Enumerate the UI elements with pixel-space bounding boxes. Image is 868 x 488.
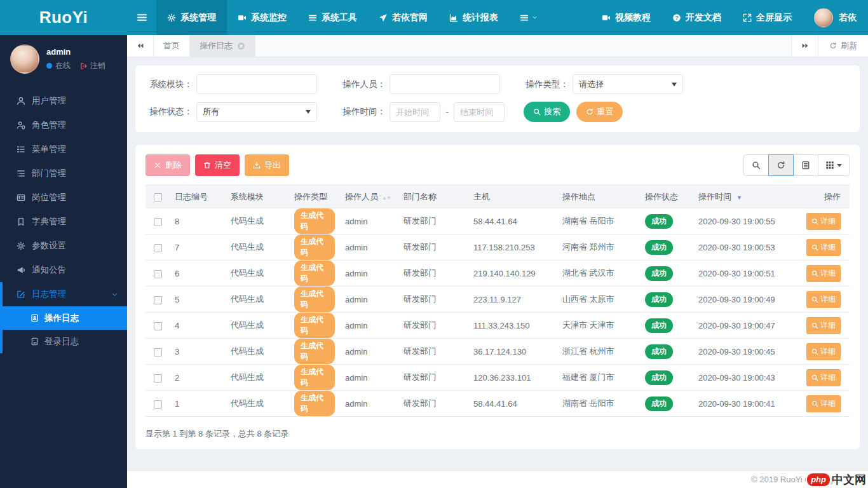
row-checkbox[interactable]: [154, 270, 162, 278]
row-checkbox[interactable]: [154, 296, 162, 304]
nav-item-全屏显示[interactable]: 全屏显示: [732, 0, 803, 35]
sidebar-item-参数设置[interactable]: 参数设置: [0, 234, 127, 258]
avatar[interactable]: [814, 8, 833, 27]
cell-host: 223.11.9.127: [468, 287, 557, 313]
table-row[interactable]: 5 代码生成 生成代码 admin 研发部门 223.11.9.127 山西省 …: [146, 287, 850, 313]
cell-log-id: 4: [170, 313, 226, 339]
sidebar-item-字典管理[interactable]: 字典管理: [0, 210, 127, 234]
table-row[interactable]: 8 代码生成 生成代码 admin 研发部门 58.44.41.64 湖南省 岳…: [146, 208, 850, 234]
nav-item-视频教程[interactable]: 视频教程: [591, 0, 661, 35]
status-select[interactable]: 所有: [196, 102, 317, 122]
logout-link[interactable]: 注销: [80, 60, 105, 71]
sidebar-item-登录日志[interactable]: 登录日志: [3, 330, 127, 353]
tabs-scroll-right-button[interactable]: [791, 35, 818, 57]
column-header-部门名称[interactable]: 部门名称: [398, 186, 468, 208]
column-header-操作状态[interactable]: 操作状态: [640, 186, 693, 208]
column-header-主机[interactable]: 主机: [468, 186, 557, 208]
sidebar-item-岗位管理[interactable]: 岗位管理: [0, 186, 127, 210]
nav-item-若依官网[interactable]: 若依官网: [368, 0, 438, 35]
columns-button[interactable]: [818, 154, 850, 176]
close-icon[interactable]: [237, 42, 245, 50]
reset-button[interactable]: 重置: [576, 102, 623, 122]
export-button[interactable]: 导出: [245, 154, 289, 176]
detail-button[interactable]: 详细: [806, 343, 841, 360]
row-checkbox[interactable]: [154, 374, 162, 383]
refresh-table-button[interactable]: [768, 154, 794, 176]
column-header-操作[interactable]: 操作: [801, 186, 850, 208]
row-checkbox[interactable]: [154, 244, 162, 252]
end-time-input[interactable]: [454, 102, 505, 122]
refresh-tab-button[interactable]: 刷新: [818, 35, 868, 57]
type-select[interactable]: 请选择: [573, 74, 683, 94]
row-checkbox[interactable]: [154, 400, 162, 409]
show-search-button[interactable]: [743, 154, 769, 176]
cell-log-id: 8: [170, 208, 226, 234]
tools-icon: [308, 13, 317, 22]
nav-user-menu[interactable]: 若依: [839, 0, 868, 35]
post-icon: [17, 193, 25, 202]
nav-item-系统监控[interactable]: 系统监控: [227, 0, 297, 35]
detail-button[interactable]: 详细: [806, 291, 841, 308]
sidebar-item-通知公告[interactable]: 通知公告: [0, 258, 127, 282]
sidebar-item-菜单管理[interactable]: 菜单管理: [0, 137, 127, 161]
column-header-操作时间[interactable]: 操作时间▼: [693, 186, 801, 208]
sidebar-item-用户管理[interactable]: 用户管理: [0, 89, 127, 113]
sort-icon[interactable]: ▲▼: [382, 195, 391, 201]
sidebar-item-部门管理[interactable]: 部门管理: [0, 161, 127, 186]
tab-home[interactable]: 首页: [154, 35, 190, 57]
chevron-down-icon: [111, 291, 118, 298]
module-input[interactable]: [196, 74, 317, 94]
table-row[interactable]: 6 代码生成 生成代码 admin 研发部门 219.140.140.129 湖…: [146, 261, 850, 287]
select-all-checkbox[interactable]: [154, 193, 162, 201]
tabs-scroll-left-button[interactable]: [127, 35, 154, 57]
detail-button[interactable]: 详细: [806, 265, 841, 282]
operator-input[interactable]: [390, 74, 500, 94]
cell-operator: admin: [340, 391, 398, 417]
search-icon: [533, 108, 541, 116]
table-row[interactable]: 1 代码生成 生成代码 admin 研发部门 58.44.41.64 湖南省 岳…: [146, 391, 850, 417]
search-button[interactable]: 搜索: [524, 102, 570, 122]
sidebar-item-角色管理[interactable]: 角色管理: [0, 113, 127, 137]
start-time-input[interactable]: [390, 102, 440, 122]
column-header-日志编号[interactable]: 日志编号: [170, 186, 226, 208]
send-icon: [379, 13, 388, 22]
nav-item-开发文档[interactable]: ?开发文档: [661, 0, 732, 35]
card-view-icon: [801, 161, 810, 170]
table-row[interactable]: 4 代码生成 生成代码 admin 研发部门 111.33.243.150 天津…: [146, 313, 850, 339]
nav-item-统计报表[interactable]: 统计报表: [438, 0, 509, 35]
detail-button[interactable]: 详细: [806, 213, 841, 230]
delete-button[interactable]: 删除: [146, 154, 190, 176]
search-icon: [811, 322, 818, 329]
toggle-view-button[interactable]: [793, 154, 818, 176]
table-toolbar: 删除 清空 导出: [146, 154, 850, 176]
column-header-系统模块[interactable]: 系统模块: [226, 186, 289, 208]
refresh-icon: [586, 108, 593, 116]
row-checkbox[interactable]: [154, 322, 162, 330]
detail-button[interactable]: 详细: [806, 239, 841, 256]
avatar[interactable]: [10, 44, 39, 74]
status-badge: 成功: [645, 266, 673, 281]
sort-desc-icon[interactable]: ▼: [736, 194, 742, 201]
column-header-操作人员[interactable]: 操作人员▲▼: [340, 186, 398, 208]
table-row[interactable]: 3 代码生成 生成代码 admin 研发部门 36.17.124.130 浙江省…: [146, 339, 850, 365]
nav-item-系统工具[interactable]: 系统工具: [297, 0, 368, 35]
php-logo: php: [806, 472, 831, 487]
detail-button[interactable]: 详细: [806, 317, 841, 334]
detail-button[interactable]: 详细: [806, 369, 841, 386]
column-header-操作类型[interactable]: 操作类型: [289, 186, 340, 208]
user-icon: [17, 97, 25, 105]
sidebar-item-日志管理[interactable]: 日志管理: [3, 282, 127, 306]
nav-item-系统管理[interactable]: 系统管理: [156, 0, 227, 35]
tab-operation-log[interactable]: 操作日志: [190, 35, 255, 57]
sidebar-toggle-button[interactable]: [127, 0, 156, 35]
table-row[interactable]: 2 代码生成 生成代码 admin 研发部门 120.36.233.101 福建…: [146, 365, 850, 391]
detail-button[interactable]: 详细: [806, 395, 841, 412]
row-checkbox[interactable]: [154, 218, 162, 226]
table-row[interactable]: 7 代码生成 生成代码 admin 研发部门 117.158.210.253 河…: [146, 234, 850, 261]
top-navbar: RuoYi 系统管理 系统监控 系统工具 若依官网 统计报表 视频教程 ?开发文…: [0, 0, 868, 35]
sidebar-item-操作日志[interactable]: 操作日志: [3, 306, 127, 330]
row-checkbox[interactable]: [154, 348, 162, 356]
clear-button[interactable]: 清空: [195, 154, 240, 176]
nav-more-menu[interactable]: [509, 0, 548, 35]
column-header-操作地点[interactable]: 操作地点: [557, 186, 640, 208]
